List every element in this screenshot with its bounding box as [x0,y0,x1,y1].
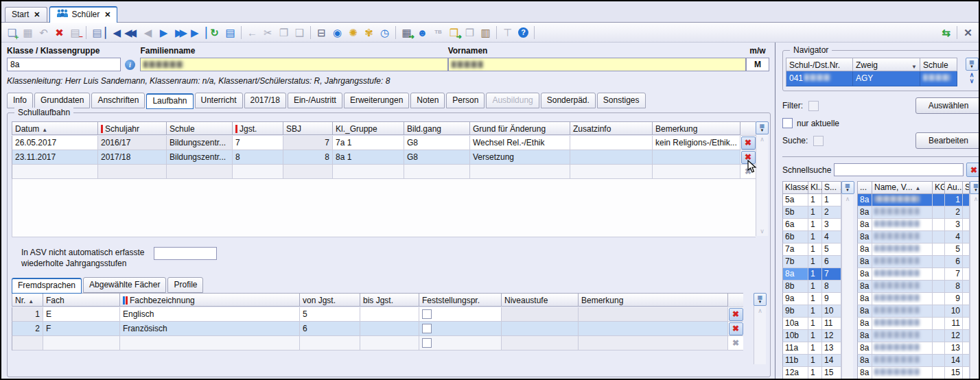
refresh-icon[interactable]: ↻ [207,25,222,40]
schullaufbahn-row[interactable]: ✖ [12,165,756,179]
sub-tab[interactable]: Abgewählte Fächer [83,277,166,293]
fremdsprachen-row[interactable]: 1 E Englisch 5 ✖ [12,307,754,322]
column-header-nr[interactable]: Nr.▲ [12,293,43,307]
address-book-icon[interactable]: ▥ [478,25,493,40]
column-config-icon[interactable]: ▦▼ [970,181,980,194]
column-header-grund[interactable]: Grund für Änderung [470,121,570,135]
module-tab[interactable]: Grunddaten [34,93,90,108]
column-config-icon[interactable]: ▦▼ [754,293,767,306]
navigator-scrollbar[interactable]: ▦▼ ∧ ∨ [966,58,978,86]
next-record-icon[interactable]: ▶ [156,25,172,40]
klassen-row[interactable]: 9a 1 9 [782,293,841,305]
module-tab[interactable]: Info [7,93,33,108]
sub-tab[interactable]: Profile [167,277,203,293]
first-record-icon[interactable]: ▏◀ [105,25,121,40]
schueler-row[interactable]: 8a 8 [857,281,970,293]
familienname-field[interactable] [140,58,447,71]
klassen-row[interactable]: 6b 1 4 [782,231,841,244]
column-header-datum[interactable]: Datum▲ [12,121,98,135]
table-scrollbar[interactable]: ▦▼ ∧ [754,293,766,364]
module-tab[interactable]: Laufbahn [146,93,193,109]
module-tab[interactable]: Noten [410,93,445,108]
column-header-kg[interactable]: KG [933,181,945,194]
suche-indicator[interactable] [813,136,824,146]
nur-aktuelle-checkbox[interactable] [782,118,793,128]
schueler-row[interactable]: 8a 5 [857,244,970,256]
last-record-icon[interactable]: ▶▕ [191,25,207,40]
folder-export-icon[interactable]: ❒➜ [446,25,462,40]
column-config-icon[interactable]: ▦▼ [756,121,769,134]
module-tab[interactable]: 2017/18 [244,93,286,108]
schueler-row[interactable]: 8a 2 [857,206,970,219]
column-header-dots[interactable]: ... [857,181,872,194]
klassen-row[interactable]: 10b 1 12 [782,330,841,342]
column-header-niveaustufe[interactable]: Niveaustufe [502,293,579,307]
module-tab[interactable]: Ausbildung [486,93,539,108]
schueler-row[interactable]: 8a 11 [857,318,970,330]
klassen-row[interactable]: 8a 1 7 [782,268,841,281]
column-header-jgst[interactable]: Jgst. [233,121,283,135]
student-export-icon[interactable]: ☻ [415,25,430,40]
schnellsuche-input[interactable] [834,163,964,176]
scroll-up-icon[interactable]: ∧ [758,307,762,314]
print-icon[interactable]: ⊟ [314,25,329,40]
fremdsprachen-row[interactable]: 2 F Französisch 6 ✖ [12,322,754,336]
klassen-row[interactable]: 11a 1 13 [782,342,841,355]
column-header-schulnr[interactable]: Schul-/Dst.Nr. [786,58,853,71]
scroll-down-icon[interactable]: ∨ [970,78,975,84]
klassen-row[interactable]: 5b 1 2 [782,206,841,219]
reminder-bell-icon[interactable]: ✾ [361,25,377,40]
preview-icon[interactable]: ◉ [329,25,345,40]
vornamen-field[interactable] [448,58,746,71]
column-header-au[interactable]: Au... [945,181,963,194]
column-header-von-jgst[interactable]: von Jgst. [300,293,360,307]
delete-record-icon[interactable]: ✖ [51,25,67,40]
klassen-row[interactable]: 9b 1 10 [782,305,841,318]
schullaufbahn-row[interactable]: 23.11.2017 2017/18 Bildungszentr... 8 8 … [12,150,756,165]
klassen-row[interactable]: 8b 1 8 [782,281,841,293]
module-tab[interactable]: Erweiterungen [344,93,409,108]
navigator-row[interactable]: 041 AGY [786,71,966,86]
scroll-up-icon[interactable]: ∧ [760,136,765,143]
sub-tab[interactable]: Fremdsprachen [12,278,82,294]
scroll-up-icon[interactable]: ∧ [845,195,850,202]
column-header-bis-jgst[interactable]: bis Jgst. [360,293,419,307]
report-list-icon[interactable]: ▤ [222,25,238,40]
klassen-row[interactable]: 10a 1 11 [782,318,841,330]
column-header-s[interactable]: S. [963,181,970,194]
column-header-schuljahr[interactable]: Schuljahr [98,121,167,135]
copy-record-icon[interactable]: ▤ [89,25,105,40]
filter-indicator[interactable] [808,101,819,111]
column-header-s[interactable]: S...▲ [822,181,841,194]
column-header-schule[interactable]: Schule [920,58,957,71]
scroll-down-icon[interactable]: ∨ [760,228,765,235]
schueler-row[interactable]: 8a 7 [857,268,970,281]
delete-row-button[interactable]: ✖ [729,308,743,321]
column-header-zweig[interactable]: Zweig▼ [853,58,920,71]
module-tab[interactable]: Sonstiges [597,93,646,108]
module-tab[interactable]: Unterricht [195,93,243,108]
new-record-icon[interactable]: ❏＋ [4,25,20,40]
previous-record-icon[interactable]: ◀ [140,25,156,40]
delete-row-button[interactable]: ✖ [741,136,756,150]
klassen-row[interactable]: 7a 1 5 [782,244,841,256]
klassen-row[interactable]: 7b 1 6 [782,256,841,268]
klassen-row[interactable]: 12a 1 15 [782,367,841,379]
wiederholte-input[interactable] [154,247,217,260]
column-header-sbj[interactable]: SBJ [283,121,333,135]
schueler-row[interactable]: 8a 3 [857,219,970,231]
fremdsprachen-row[interactable]: ✖ [12,336,754,351]
hint-icon[interactable]: ✺ [345,25,361,40]
column-header-zusatzinfo[interactable]: Zusatzinfo [570,121,653,135]
info-icon[interactable]: i [125,60,135,70]
export-icon[interactable]: ▦➜ [399,25,415,40]
module-tab[interactable]: Anschriften [91,93,145,108]
column-header-bemerkung[interactable]: Bemerkung [653,121,740,135]
close-tab-icon[interactable]: ✕ [34,10,40,19]
schueler-row[interactable]: 8a 4 [857,231,970,244]
schueler-scrollbar[interactable]: ▦▼ ∧ [970,181,980,380]
column-header-fachbezeichnung[interactable]: Fachbezeichnung [120,293,300,307]
schueler-row[interactable]: 8a 12 [857,330,970,342]
column-header-name[interactable]: Name, V...▲ [872,181,933,194]
klasse-input[interactable] [7,58,121,71]
